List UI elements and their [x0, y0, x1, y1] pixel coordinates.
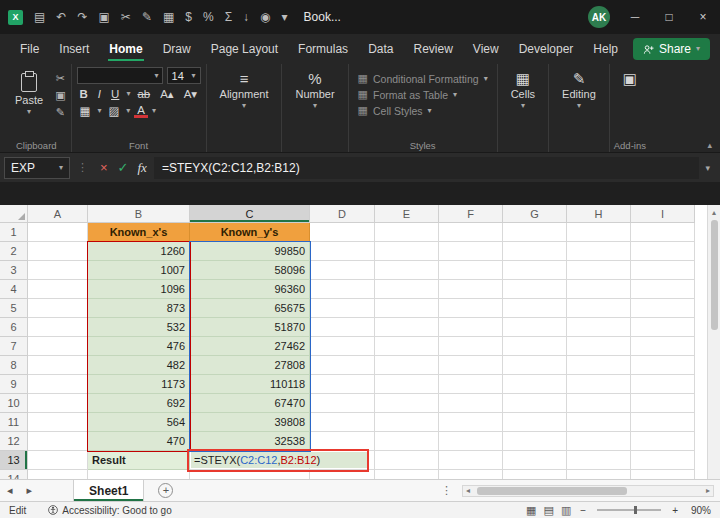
save-icon[interactable]: ▤ [34, 10, 45, 24]
cell-A12[interactable] [28, 432, 88, 451]
cell-H13[interactable] [567, 451, 631, 470]
cell-A4[interactable] [28, 280, 88, 299]
cell-G10[interactable] [503, 394, 567, 413]
row-header-7[interactable]: 7 [0, 337, 28, 356]
italic-button[interactable]: I [95, 88, 104, 100]
cell-F2[interactable] [439, 242, 503, 261]
row-header-13[interactable]: 13 [0, 451, 28, 470]
cell-F7[interactable] [439, 337, 503, 356]
cell-D9[interactable] [310, 375, 375, 394]
cell-I2[interactable] [631, 242, 695, 261]
col-header-E[interactable]: E [375, 205, 439, 223]
scroll-left-icon[interactable]: ◂ [463, 486, 473, 495]
cell-F11[interactable] [439, 413, 503, 432]
strikethrough-button[interactable]: ab [134, 88, 153, 100]
row-header-12[interactable]: 12 [0, 432, 28, 451]
addins-button[interactable]: ▣ [615, 67, 645, 90]
cell-G12[interactable] [503, 432, 567, 451]
cell-A8[interactable] [28, 356, 88, 375]
cell-A11[interactable] [28, 413, 88, 432]
cell-C6[interactable]: 51870 [190, 318, 310, 337]
cell-A14[interactable] [28, 470, 88, 479]
cell-F3[interactable] [439, 261, 503, 280]
row-header-5[interactable]: 5 [0, 299, 28, 318]
confirm-entry-button[interactable]: ✓ [118, 160, 129, 175]
cell-C13[interactable]: =STEYX(C2:C12,B2:B12) [190, 451, 310, 470]
cell-H6[interactable] [567, 318, 631, 337]
cell-I5[interactable] [631, 299, 695, 318]
cell-I14[interactable] [631, 470, 695, 479]
cell-C2[interactable]: 99850 [190, 242, 310, 261]
cell-C10[interactable]: 67470 [190, 394, 310, 413]
normal-view-icon[interactable]: ▦ [526, 504, 536, 517]
cell-B12[interactable]: 470 [88, 432, 190, 451]
paste-button[interactable]: Paste ▾ [7, 67, 51, 120]
cell-H11[interactable] [567, 413, 631, 432]
cell-I4[interactable] [631, 280, 695, 299]
tab-review[interactable]: Review [403, 35, 462, 63]
col-header-C[interactable]: C [190, 205, 310, 223]
cell-E7[interactable] [375, 337, 439, 356]
row-header-11[interactable]: 11 [0, 413, 28, 432]
cell-B8[interactable]: 482 [88, 356, 190, 375]
cell-G2[interactable] [503, 242, 567, 261]
copy-button[interactable]: ▣ [55, 89, 65, 102]
cell-D6[interactable] [310, 318, 375, 337]
page-layout-view-icon[interactable]: ▤ [544, 504, 554, 517]
cell-G11[interactable] [503, 413, 567, 432]
tab-page-layout[interactable]: Page Layout [201, 35, 288, 63]
cell-E12[interactable] [375, 432, 439, 451]
cell-E2[interactable] [375, 242, 439, 261]
cell-A13[interactable] [28, 451, 88, 470]
sheet-tab-sheet1[interactable]: Sheet1 [73, 480, 144, 501]
cell-I10[interactable] [631, 394, 695, 413]
cell-I9[interactable] [631, 375, 695, 394]
zoom-slider-thumb[interactable] [634, 506, 637, 514]
horizontal-scrollbar[interactable]: ◂ ▸ [462, 485, 714, 497]
cell-H9[interactable] [567, 375, 631, 394]
minimize-button[interactable]: ─ [626, 10, 644, 24]
col-header-G[interactable]: G [503, 205, 567, 223]
tab-data[interactable]: Data [358, 35, 403, 63]
cell-styles-button[interactable]: ▦ Cell Styles ▾ [358, 104, 488, 117]
cell-G13[interactable] [503, 451, 567, 470]
sort-icon[interactable]: ↓ [243, 10, 249, 24]
tab-formulas[interactable]: Formulas [288, 35, 358, 63]
cell-E11[interactable] [375, 413, 439, 432]
cell-H7[interactable] [567, 337, 631, 356]
cell-D2[interactable] [310, 242, 375, 261]
collapse-ribbon-icon[interactable]: ▴ [707, 140, 712, 150]
row-header-9[interactable]: 9 [0, 375, 28, 394]
cell-C3[interactable]: 58096 [190, 261, 310, 280]
cell-E14[interactable] [375, 470, 439, 479]
autosum-icon[interactable]: Σ [225, 10, 232, 24]
tab-file[interactable]: File [10, 35, 49, 63]
next-sheet-button[interactable]: ▸ [20, 484, 40, 497]
cell-D12[interactable] [310, 432, 375, 451]
col-header-H[interactable]: H [567, 205, 631, 223]
cell-H2[interactable] [567, 242, 631, 261]
cell-A1[interactable] [28, 223, 88, 242]
row-header-4[interactable]: 4 [0, 280, 28, 299]
page-break-view-icon[interactable]: ▥ [561, 504, 571, 517]
tab-home[interactable]: Home [99, 35, 152, 63]
cell-D3[interactable] [310, 261, 375, 280]
cell-E3[interactable] [375, 261, 439, 280]
cell-F13[interactable] [439, 451, 503, 470]
cell-D1[interactable] [310, 223, 375, 242]
dollar-icon[interactable]: $ [185, 10, 192, 24]
cut-icon[interactable]: ✂ [121, 10, 131, 24]
font-size-select[interactable]: 14 ▾ [167, 67, 201, 84]
vertical-scrollbar[interactable]: ▴ [707, 205, 720, 479]
bold-button[interactable]: B [77, 88, 91, 100]
horizontal-scrollbar-thumb[interactable] [477, 487, 627, 495]
cell-C9[interactable]: 110118 [190, 375, 310, 394]
cell-G4[interactable] [503, 280, 567, 299]
cell-A10[interactable] [28, 394, 88, 413]
cell-A9[interactable] [28, 375, 88, 394]
font-name-select[interactable]: ▾ [77, 67, 163, 84]
row-header-3[interactable]: 3 [0, 261, 28, 280]
maximize-button[interactable]: □ [660, 10, 678, 24]
zoom-level[interactable]: 90% [687, 505, 711, 516]
font-color-button[interactable]: A [134, 105, 148, 118]
